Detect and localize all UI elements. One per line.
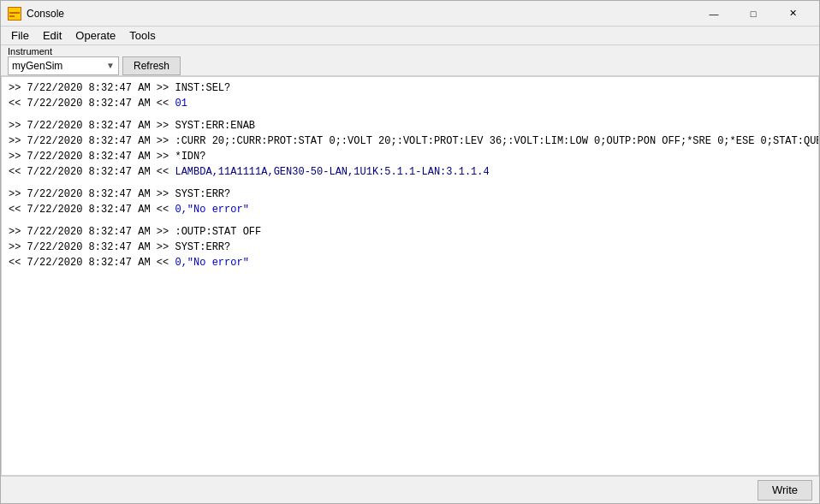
instrument-value: myGenSim: [12, 60, 62, 72]
log-line: >> 7/22/2020 8:32:47 AM >> SYST:ERR?: [9, 187, 811, 202]
log-spacer: [9, 217, 811, 224]
dropdown-arrow-icon: ▼: [106, 61, 115, 70]
close-button[interactable]: ✕: [773, 1, 812, 27]
app-icon: [8, 7, 21, 21]
log-line: >> 7/22/2020 8:32:47 AM >> SYST:ERR?: [9, 240, 811, 255]
svg-rect-2: [9, 12, 20, 14]
toolbar: Instrument myGenSim ▼ Refresh: [1, 45, 819, 76]
write-button[interactable]: Write: [758, 480, 812, 501]
log-line: << 7/22/2020 8:32:47 AM << 01: [9, 96, 811, 111]
log-line: >> 7/22/2020 8:32:47 AM >> INST:SEL?: [9, 80, 811, 96]
minimize-button[interactable]: —: [694, 1, 734, 27]
instrument-label: Instrument: [8, 46, 181, 56]
refresh-button[interactable]: Refresh: [122, 56, 181, 75]
instrument-dropdown[interactable]: myGenSim ▼: [8, 56, 119, 75]
log-spacer: [9, 180, 811, 187]
menu-tools[interactable]: Tools: [122, 27, 162, 44]
instrument-group: Instrument myGenSim ▼ Refresh: [8, 46, 181, 75]
console-output: >> 7/22/2020 8:32:47 AM >> INST:SEL?<< 7…: [1, 76, 819, 476]
log-line: << 7/22/2020 8:32:47 AM << 0,"No error": [9, 255, 811, 270]
log-line: >> 7/22/2020 8:32:47 AM >> SYST:ERR:ENAB: [9, 118, 811, 133]
bottom-bar: Write: [1, 476, 819, 503]
log-line: >> 7/22/2020 8:32:47 AM >> :CURR 20;:CUR…: [9, 133, 811, 149]
main-window: Console — □ ✕ File Edit Operate Tools In…: [0, 0, 820, 504]
maximize-button[interactable]: □: [734, 1, 773, 27]
window-controls: — □ ✕: [694, 1, 812, 27]
title-bar: Console — □ ✕: [1, 1, 819, 27]
menu-edit[interactable]: Edit: [36, 27, 68, 44]
svg-rect-3: [9, 15, 15, 17]
menu-file[interactable]: File: [4, 27, 36, 44]
menu-bar: File Edit Operate Tools: [1, 27, 819, 45]
log-line: << 7/22/2020 8:32:47 AM << LAMBDA,11A111…: [9, 164, 811, 180]
log-spacer: [9, 111, 811, 118]
log-line: << 7/22/2020 8:32:47 AM << 0,"No error": [9, 202, 811, 217]
log-line: >> 7/22/2020 8:32:47 AM >> *IDN?: [9, 149, 811, 164]
menu-operate[interactable]: Operate: [68, 27, 122, 44]
instrument-control-row: myGenSim ▼ Refresh: [8, 56, 181, 75]
window-title: Console: [27, 8, 694, 20]
log-line: >> 7/22/2020 8:32:47 AM >> :OUTP:STAT OF…: [9, 224, 811, 240]
